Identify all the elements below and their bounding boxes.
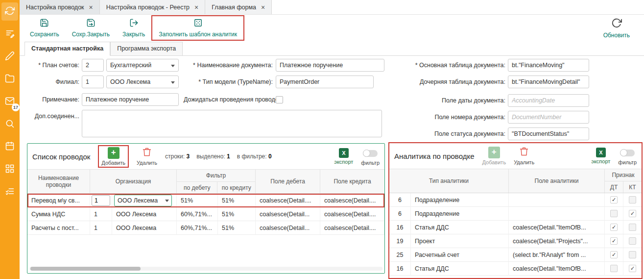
type-name-input[interactable] [276, 76, 374, 88]
table-row[interactable]: 16 Статья ДДС coalesce(Detail."ItemOfB..… [389, 262, 642, 276]
sidebar-item-tasks[interactable] [1, 183, 18, 201]
cell-debit-field[interactable]: coalsesce(Detail.... [256, 194, 320, 207]
cell-field[interactable]: coalesce(Detail."Projects"... [509, 234, 605, 248]
kt-checkbox[interactable] [629, 251, 636, 258]
cell-name[interactable]: Сумма НДС [27, 207, 90, 221]
sidebar-item-sync[interactable] [1, 2, 18, 21]
column-header-dt[interactable]: ДТ [605, 181, 623, 193]
table-row[interactable]: 16 Статья ДДС coalesce(Detail."ItemOfB..… [389, 221, 642, 234]
cell-credit-field[interactable]: coalsesce(Detail.... [320, 207, 384, 221]
extra-join-textarea[interactable] [82, 110, 382, 137]
column-header-name[interactable]: Наименование проводки [27, 170, 90, 193]
cell-org-code[interactable]: 1 [90, 221, 112, 234]
plan-code-input[interactable] [82, 59, 104, 72]
sidebar-item-search[interactable] [1, 115, 18, 133]
cell-type[interactable]: Проект [411, 234, 509, 248]
analytics-add-button[interactable]: + Добавить [482, 147, 506, 165]
close-button[interactable]: Закрыть [116, 15, 151, 41]
cell-type[interactable]: Подразделение [411, 193, 509, 206]
cell-by-credit[interactable]: 51% [218, 194, 256, 207]
sidebar-item-edit[interactable] [1, 48, 18, 66]
status-field-input[interactable] [508, 127, 589, 140]
column-header-org[interactable]: Организация [90, 170, 177, 193]
number-field-input[interactable] [508, 111, 589, 124]
cell-type-code[interactable]: 16 [389, 221, 411, 234]
main-table-input[interactable] [508, 59, 589, 72]
tab-postings-setup[interactable]: Настройка проводок × [20, 0, 100, 14]
cell-org[interactable]: ООО Лексема [112, 221, 177, 234]
cell-name[interactable]: Перевод м\у св... [27, 194, 90, 207]
analytics-delete-button[interactable]: Удалить [514, 147, 534, 165]
kt-checkbox[interactable]: ✓ [629, 265, 636, 272]
subtab-export-program[interactable]: Программа экспорта [110, 42, 183, 56]
kt-checkbox[interactable] [629, 196, 636, 203]
table-row[interactable]: 19 Проект coalesce(Detail."Projects"... … [389, 234, 642, 248]
kt-checkbox[interactable]: ✓ [629, 210, 636, 217]
cell-field[interactable]: coalesce(Detail."ItemOfB... [509, 262, 605, 275]
cell-type[interactable]: Статья ДДС [411, 221, 509, 234]
dt-checkbox[interactable]: ✓ [610, 251, 618, 258]
refresh-button[interactable]: Обновить [597, 15, 636, 41]
branch-code-input[interactable] [82, 76, 104, 88]
cell-org-code[interactable] [90, 194, 112, 207]
column-header-analytics-type[interactable]: Тип аналитики [389, 169, 509, 193]
close-icon[interactable]: × [194, 4, 198, 11]
cell-name[interactable]: Расчеты с пост... [27, 221, 90, 234]
cell-by-debit[interactable]: 51% [177, 194, 218, 207]
cell-type[interactable]: Статья ДДС [411, 262, 509, 275]
cell-credit-field[interactable]: coalsesce(Detail.... [320, 221, 384, 234]
cell-debit-field[interactable]: coalsesce(Detail... [256, 221, 320, 234]
cell-org[interactable]: ООО Лексема [112, 194, 177, 207]
cell-type-code[interactable]: 19 [389, 234, 411, 248]
cell-by-credit[interactable]: 51% [218, 221, 256, 234]
column-header-filter-group[interactable]: Фильтр [177, 170, 255, 182]
table-row[interactable]: 25 Расчетный счет (select br."RAnalyt" f… [389, 248, 642, 262]
cell-by-credit[interactable]: 51% [218, 207, 256, 221]
cell-type-code[interactable]: 25 [389, 248, 411, 261]
kt-checkbox[interactable] [629, 224, 636, 231]
save-button[interactable]: Сохранить [24, 15, 66, 41]
column-header-by-credit[interactable]: по кредиту [217, 182, 255, 193]
sidebar-item-mail[interactable]: 17 [1, 93, 18, 111]
column-header-by-debit[interactable]: по дебету [177, 182, 217, 193]
cell-type-code[interactable]: 6 [389, 207, 411, 220]
sidebar-item-calendar[interactable] [1, 138, 18, 156]
cell-type-code[interactable]: 6 [389, 193, 411, 206]
close-icon[interactable]: × [89, 4, 93, 11]
plan-select[interactable]: Бухгалтерский [106, 59, 179, 72]
table-row[interactable]: Расчеты с пост... 1 ООО Лексема 60%,71%.… [27, 221, 384, 235]
cell-credit-field[interactable]: coalsesce(Detail.... [320, 194, 384, 207]
wait-posting-checkbox[interactable] [276, 96, 283, 103]
postings-filter-toggle[interactable]: фильтр [361, 148, 380, 166]
sidebar-item-folder[interactable] [1, 70, 18, 88]
branch-select[interactable]: ООО Лексема [106, 76, 179, 88]
cell-type[interactable]: Расчетный счет [411, 248, 509, 261]
column-header-credit-field[interactable]: Поле кредита [320, 170, 384, 193]
org-select-editor[interactable]: ООО Лексема [114, 195, 172, 206]
column-header-flag-group[interactable]: Признак [605, 169, 642, 181]
dt-checkbox[interactable] [610, 210, 618, 217]
table-row[interactable]: 6 Подразделение ✓ [389, 207, 642, 221]
cell-field[interactable] [509, 193, 605, 206]
cell-field[interactable] [509, 207, 605, 220]
postings-export-button[interactable]: X экспорт [334, 148, 353, 165]
column-header-analytics-field[interactable]: Поле аналитики [509, 169, 605, 193]
column-header-kt[interactable]: КТ [623, 181, 642, 193]
close-icon[interactable]: × [261, 4, 265, 11]
doc-name-input[interactable] [276, 59, 384, 72]
table-row[interactable]: Сумма НДС 1 ООО Лексема 60%,71%... 51% c… [27, 207, 384, 221]
cell-by-debit[interactable]: 60%,71%... [177, 221, 218, 234]
child-table-input[interactable] [508, 76, 589, 88]
cell-debit-field[interactable]: coalsesce(Detail... [256, 207, 320, 221]
sidebar-item-journal[interactable] [1, 25, 18, 43]
cell-field[interactable]: (select br."RAnalyt" from ... [509, 248, 605, 261]
dt-checkbox[interactable]: ✓ [610, 224, 618, 231]
cell-org-code[interactable]: 1 [90, 207, 112, 221]
analytics-filter-toggle[interactable]: фильтр [618, 147, 637, 165]
subtab-standard-settings[interactable]: Стандартная настройка [24, 42, 110, 56]
cell-type[interactable]: Подразделение [411, 207, 509, 220]
kt-checkbox[interactable] [629, 237, 636, 245]
dt-checkbox[interactable]: ✓ [610, 196, 618, 203]
tab-postings-setup-registry[interactable]: Настройка проводок - Реестр × [100, 0, 206, 14]
column-header-debit-field[interactable]: Поле дебета [256, 170, 320, 193]
